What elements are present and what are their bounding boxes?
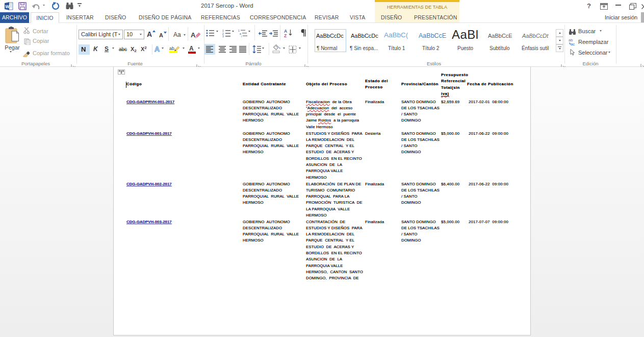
svg-text:Z: Z	[284, 33, 287, 38]
svg-text:3: 3	[222, 35, 224, 37]
svg-text:ac: ac	[571, 42, 575, 46]
svg-text:ab: ab	[169, 46, 174, 51]
svg-text:i: i	[241, 35, 242, 37]
svg-text:W: W	[5, 4, 10, 9]
